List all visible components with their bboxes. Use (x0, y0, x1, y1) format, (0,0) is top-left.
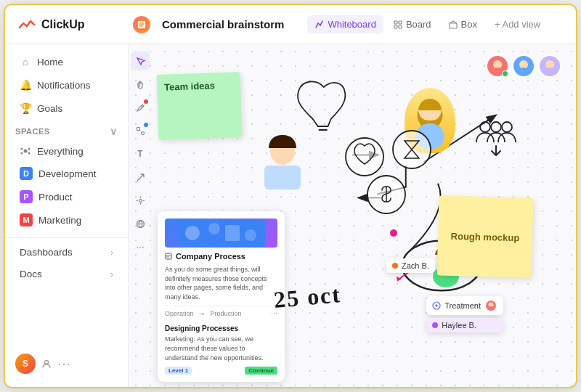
card-banner (165, 219, 277, 248)
avatar-group (486, 54, 561, 78)
badge-group-right: Treatment Haylee B. (426, 296, 503, 332)
page-title: Commercial brainstorm (162, 18, 284, 30)
svg-point-23 (346, 138, 383, 176)
svg-point-31 (208, 223, 220, 234)
avatar-1 (486, 54, 509, 78)
sidebar-item-docs[interactable]: Docs › (9, 264, 123, 285)
logo-text: ClickUp (41, 18, 85, 31)
sticky-note-green: Team ideas (156, 72, 242, 140)
svg-point-26 (480, 122, 490, 132)
svg-rect-4 (399, 25, 402, 28)
add-view-button[interactable]: + Add view (487, 15, 548, 33)
body: ⌂ Home 🔔 Notifications 🏆 Goals Spaces ∨ … (5, 44, 576, 387)
card-body: As you do some great things, will defini… (165, 265, 277, 301)
tool-shapes[interactable] (131, 121, 150, 140)
svg-point-10 (28, 152, 31, 155)
tool-text[interactable]: T (131, 144, 150, 163)
page-icon (133, 16, 150, 33)
svg-point-30 (185, 226, 200, 240)
svg-point-8 (28, 148, 31, 150)
avatar-3 (538, 54, 561, 78)
svg-point-14 (139, 199, 142, 202)
date-annotation: 25 oct (273, 281, 343, 314)
marketing-dot: M (20, 213, 33, 226)
tool-hand[interactable] (131, 75, 150, 94)
badge-treatment: Treatment (426, 296, 503, 315)
svg-rect-2 (399, 21, 402, 24)
header-main: Commercial brainstorm Whiteboard Board B… (133, 15, 564, 33)
pen-indicator (144, 99, 148, 104)
svg-rect-12 (137, 127, 139, 130)
tool-select[interactable] (131, 52, 150, 70)
tab-whiteboard[interactable]: Whiteboard (307, 15, 383, 33)
space-marketing[interactable]: M Marketing (9, 209, 123, 231)
svg-point-27 (491, 122, 501, 132)
clickup-logo-icon (17, 15, 37, 35)
badge-zach: Zach B. (386, 258, 435, 273)
avatar-2 (512, 54, 535, 78)
svg-rect-22 (264, 166, 301, 189)
spaces-label: Spaces ∨ (5, 120, 128, 140)
product-dot: P (20, 190, 33, 203)
logo-area: ClickUp (17, 15, 133, 35)
sidebar-item-dashboards[interactable]: Dashboards › (9, 242, 123, 263)
svg-point-28 (502, 122, 512, 132)
view-tabs: Whiteboard Board Box + Add view (307, 15, 548, 33)
app-container: ClickUp Commercial brainstorm Whiteboard… (4, 4, 577, 388)
svg-point-7 (21, 148, 23, 150)
card-subtext: Marketing: As you can see, we recommend … (165, 335, 277, 362)
badge-haylee: Haylee B. (426, 318, 503, 332)
annotation-dot-pink (390, 229, 397, 237)
canvas-toolbar: T ··· (129, 44, 152, 387)
tab-board[interactable]: Board (386, 15, 439, 33)
process-card[interactable]: Company Process As you do some great thi… (158, 211, 285, 382)
user-settings-icon (41, 359, 52, 369)
svg-point-9 (21, 152, 23, 155)
status-badge: Continue (245, 367, 277, 375)
sidebar-item-goals[interactable]: 🏆 Goals (9, 97, 123, 119)
svg-point-11 (45, 361, 49, 364)
svg-rect-34 (166, 253, 171, 259)
sidebar-item-notifications[interactable]: 🔔 Notifications (9, 74, 123, 96)
card-title: Company Process (165, 252, 277, 261)
goals-icon: 🏆 (20, 102, 31, 114)
card-subtitle: Designing Processes (165, 324, 277, 332)
svg-point-13 (141, 131, 144, 134)
home-icon: ⌂ (20, 56, 31, 68)
svg-rect-1 (394, 21, 397, 24)
user-avatar: S (15, 354, 36, 374)
sidebar-item-home[interactable]: ⌂ Home (9, 51, 123, 73)
space-development[interactable]: D Development (9, 163, 123, 184)
svg-point-33 (245, 229, 256, 241)
tool-pen[interactable] (131, 98, 150, 117)
sticky-note-yellow: Rough mockup (437, 195, 534, 277)
tool-effects[interactable] (131, 191, 150, 210)
card-row: Operation → Production ⋯ (165, 306, 277, 321)
development-dot: D (20, 167, 33, 180)
card-footer: Level 1 Continue (165, 367, 277, 375)
svg-rect-5 (450, 23, 457, 28)
sidebar: ⌂ Home 🔔 Notifications 🏆 Goals Spaces ∨ … (5, 44, 129, 387)
notifications-icon: 🔔 (20, 79, 31, 91)
person-with-bulb (256, 128, 310, 193)
space-product[interactable]: P Product (9, 186, 123, 208)
whiteboard-canvas[interactable]: T ··· (129, 44, 576, 387)
svg-point-6 (24, 150, 28, 153)
svg-rect-3 (394, 25, 397, 28)
tool-global[interactable] (131, 214, 150, 233)
tool-more[interactable]: ··· (131, 237, 150, 256)
tab-box[interactable]: Box (442, 15, 484, 33)
tool-connector[interactable] (131, 168, 150, 187)
people-icons (474, 117, 518, 157)
svg-rect-32 (225, 225, 240, 241)
space-everything[interactable]: Everything (9, 141, 123, 161)
header: ClickUp Commercial brainstorm Whiteboard… (5, 5, 576, 44)
user-footer[interactable]: S ⋯ (5, 346, 128, 381)
online-indicator (502, 70, 508, 77)
shapes-indicator (144, 123, 148, 127)
